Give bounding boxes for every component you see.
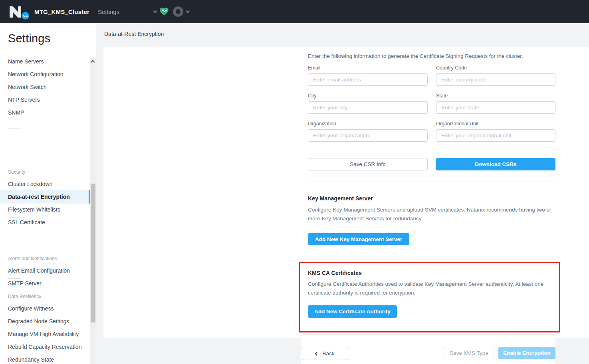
- csr-form: Email Country Code City State Organizati…: [308, 65, 555, 149]
- chevron-left-icon: [315, 352, 319, 356]
- organizational-unit-field[interactable]: [436, 129, 555, 142]
- organizational-unit-label: Organizational Unit: [436, 121, 555, 127]
- field-country-code: Country Code: [436, 65, 555, 86]
- settings-dropdown[interactable]: Settings: [98, 0, 157, 23]
- kms-section-description: Configure Key Management Servers and upl…: [308, 206, 555, 223]
- download-csrs-button[interactable]: Download CSRs: [436, 158, 555, 170]
- sidebar-item-smtp-server[interactable]: SMTP Server: [0, 277, 90, 289]
- add-key-management-server-button[interactable]: Add New Key Management Server: [308, 233, 409, 245]
- field-email: Email: [308, 65, 428, 86]
- cluster-name[interactable]: MTG_KMS_Cluster: [34, 0, 89, 23]
- enable-encryption-button[interactable]: Enable Encryption: [498, 347, 555, 359]
- sidebar-item-alert-email-configuration[interactable]: Alert Email Configuration: [0, 265, 90, 277]
- field-state: State: [436, 93, 555, 114]
- sidebar-item-network-configuration[interactable]: Network Configuration: [0, 68, 90, 80]
- ca-section-description: Configure Certificate Authorities used t…: [308, 280, 547, 297]
- sidebar-item-ntp-servers[interactable]: NTP Servers: [0, 94, 90, 106]
- kms-section-title: Key Management Server: [308, 195, 373, 202]
- nutanix-logo[interactable]: CE: [9, 5, 30, 19]
- sidebar-section-data-resiliency: Data Resiliency: [8, 294, 41, 299]
- field-city: City: [308, 93, 428, 114]
- sidebar-item-redundancy-state[interactable]: Redundancy State: [0, 354, 90, 364]
- state-field[interactable]: [436, 101, 555, 114]
- email-field[interactable]: [308, 73, 428, 86]
- email-label: Email: [308, 65, 428, 71]
- sidebar-item-label: Data-at-rest Encryption: [8, 194, 70, 200]
- header-divider: [153, 6, 153, 17]
- sidebar-item-filesystem-whitelists[interactable]: Filesystem Whitelists: [0, 204, 90, 216]
- sidebar-item-network-switch[interactable]: Network Switch: [0, 81, 90, 93]
- header-divider: [90, 6, 90, 17]
- save-kms-type-button[interactable]: Save KMS Type: [444, 347, 494, 359]
- sidebar-divider: [8, 218, 21, 218]
- settings-dropdown-label: Settings: [98, 8, 119, 15]
- section-divider: [308, 182, 555, 182]
- sidebar-title: Settings: [8, 32, 50, 45]
- organization-field[interactable]: [308, 129, 428, 142]
- sidebar-divider: [8, 278, 21, 279]
- sidebar-section-alerts: Alerts and Notifications: [8, 256, 57, 261]
- settings-sidebar: Settings Name Servers Network Configurat…: [0, 23, 96, 364]
- sidebar-divider: [8, 55, 21, 55]
- chevron-down-icon: [153, 9, 157, 13]
- field-organization: Organization: [308, 121, 428, 142]
- sidebar-item-configure-witness[interactable]: Configure Witness: [0, 303, 90, 315]
- sidebar-item-ssl-certificate[interactable]: SSL Certificate: [0, 216, 90, 228]
- encryption-card: Enter the following information to gener…: [103, 47, 589, 338]
- csr-buttons: Save CSR Info Download CSRs: [308, 158, 555, 170]
- chevron-down-icon: [186, 9, 190, 13]
- field-organizational-unit: Organizational Unit: [436, 121, 555, 142]
- health-heart-icon[interactable]: [159, 6, 169, 18]
- save-csr-info-button[interactable]: Save CSR Info: [308, 158, 428, 170]
- add-certificate-authority-button[interactable]: Add New Certificate Authority: [308, 305, 397, 318]
- sidebar-item-degraded-node-settings[interactable]: Degraded Node Settings: [0, 315, 90, 327]
- sidebar-item-rebuild-capacity-reservation[interactable]: Rebuild Capacity Reservation: [0, 341, 90, 353]
- sidebar-item-cluster-lockdown[interactable]: Cluster Lockdown: [0, 178, 90, 190]
- ca-section-title: KMS CA Certificates: [308, 270, 551, 276]
- sidebar-divider: [8, 129, 21, 129]
- csr-intro-text: Enter the following information to gener…: [308, 53, 563, 59]
- user-menu[interactable]: [173, 6, 191, 17]
- state-label: State: [436, 93, 555, 99]
- sidebar-item-name-servers[interactable]: Name Servers: [0, 55, 90, 67]
- back-button-label: Back: [322, 350, 334, 356]
- kms-ca-highlight-box: KMS CA Certificates Configure Certificat…: [299, 262, 560, 332]
- sidebar-item-manage-vm-high-availability[interactable]: Manage VM High Availability: [0, 328, 90, 340]
- scroll-up-icon[interactable]: [91, 60, 95, 64]
- scrollbar-thumb[interactable]: [91, 184, 95, 322]
- sidebar-scrollbar[interactable]: [90, 58, 96, 364]
- city-label: City: [308, 93, 428, 99]
- country-code-field[interactable]: [436, 73, 555, 86]
- back-button[interactable]: Back: [302, 347, 348, 360]
- city-field[interactable]: [308, 101, 428, 114]
- page-title: Data-at-Rest Encryption: [104, 31, 164, 37]
- main-content: Data-at-Rest Encryption Enter the follow…: [96, 23, 589, 364]
- sidebar-item-data-at-rest-encryption[interactable]: Data-at-rest Encryption: [0, 190, 90, 204]
- sidebar-item-snmp[interactable]: SNMP: [0, 107, 90, 119]
- organization-label: Organization: [308, 121, 428, 127]
- avatar: [173, 6, 183, 17]
- top-header-bar: CE MTG_KMS_Cluster Settings: [0, 0, 589, 23]
- sidebar-section-security: Security: [8, 169, 25, 175]
- ce-badge: CE: [21, 11, 30, 20]
- wizard-footer: Back Save KMS Type Enable Encryption: [301, 334, 555, 364]
- country-code-label: Country Code: [436, 65, 555, 71]
